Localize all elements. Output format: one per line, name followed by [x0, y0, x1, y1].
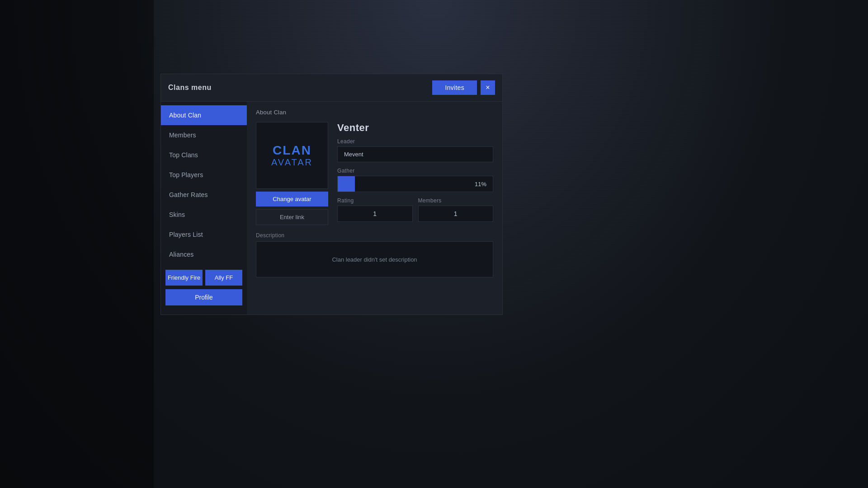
- description-section: Description Clan leader didn't set descr…: [256, 232, 493, 277]
- rating-box: Rating 1: [337, 197, 413, 222]
- members-box: Members 1: [418, 197, 494, 222]
- stats-row: Rating 1 Members 1: [337, 197, 493, 222]
- gather-section: Gather 11%: [337, 168, 493, 192]
- gather-label: Gather: [337, 168, 493, 174]
- gather-bar-fill: [338, 176, 355, 192]
- profile-button[interactable]: Profile: [165, 289, 242, 305]
- invites-button[interactable]: Invites: [432, 80, 477, 95]
- friendly-fire-button[interactable]: Friendly Fire: [165, 270, 203, 286]
- sidebar-item-top-clans[interactable]: Top Clans: [161, 145, 247, 165]
- clan-name: Venter: [337, 122, 493, 134]
- description-box: Clan leader didn't set description: [256, 241, 493, 277]
- members-value: 1: [418, 206, 494, 222]
- sidebar-bottom-buttons: Friendly Fire Ally FF Profile: [161, 264, 247, 311]
- leader-value: Mevent: [337, 146, 493, 162]
- clans-modal: Clans menu Invites × About Clan Members …: [160, 74, 503, 315]
- description-label: Description: [256, 232, 493, 239]
- main-content: About Clan CLAN AVATAR Change avatar Ent…: [247, 102, 502, 314]
- clan-info-row: CLAN AVATAR Change avatar Enter link Ven…: [256, 122, 493, 225]
- avatar-box: CLAN AVATAR Change avatar Enter link: [256, 122, 328, 225]
- sidebar-item-top-players[interactable]: Top Players: [161, 165, 247, 185]
- sidebar: About Clan Members Top Clans Top Players…: [161, 102, 247, 314]
- rating-label: Rating: [337, 197, 413, 204]
- sidebar-item-about-clan[interactable]: About Clan: [161, 105, 247, 125]
- members-label: Members: [418, 197, 494, 204]
- modal-header: Clans menu Invites ×: [161, 74, 502, 102]
- modal-title: Clans menu: [168, 84, 212, 92]
- ally-ff-button[interactable]: Ally FF: [205, 270, 242, 286]
- change-avatar-button[interactable]: Change avatar: [256, 192, 328, 206]
- ff-buttons-row: Friendly Fire Ally FF: [165, 270, 242, 286]
- sidebar-item-skins[interactable]: Skins: [161, 205, 247, 225]
- header-right: Invites ×: [432, 80, 495, 95]
- sidebar-item-gather-rates[interactable]: Gather Rates: [161, 185, 247, 205]
- sidebar-item-members[interactable]: Members: [161, 125, 247, 145]
- avatar-avatar-text: AVATAR: [271, 157, 313, 167]
- left-panel-dark: [0, 0, 154, 488]
- sidebar-item-players-list[interactable]: Players List: [161, 225, 247, 244]
- modal-body: About Clan Members Top Clans Top Players…: [161, 102, 502, 314]
- close-button[interactable]: ×: [481, 80, 495, 95]
- clan-details: Venter Leader Mevent Gather 11% Rating: [337, 122, 493, 225]
- enter-link-button[interactable]: Enter link: [256, 209, 328, 225]
- gather-bar: 11%: [337, 176, 493, 192]
- description-text: Clan leader didn't set description: [332, 256, 417, 263]
- rating-value: 1: [337, 206, 413, 222]
- section-title: About Clan: [256, 109, 493, 116]
- avatar-clan-text: CLAN: [273, 144, 311, 158]
- leader-label: Leader: [337, 138, 493, 145]
- avatar-display: CLAN AVATAR: [256, 122, 328, 189]
- gather-percent: 11%: [475, 181, 486, 188]
- sidebar-item-aliances[interactable]: Aliances: [161, 244, 247, 264]
